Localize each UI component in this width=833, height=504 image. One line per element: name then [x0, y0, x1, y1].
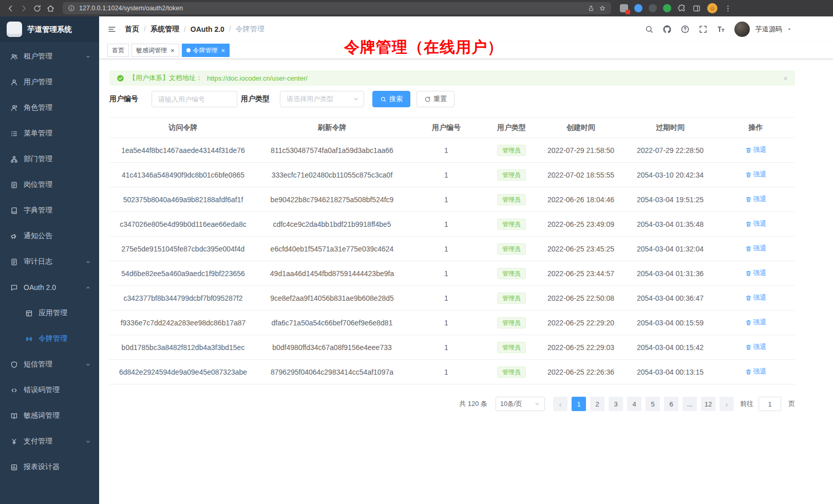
force-logout-button[interactable]: 强退 — [745, 170, 767, 179]
reload-icon[interactable] — [33, 4, 42, 13]
extension-icon[interactable] — [634, 4, 642, 12]
breadcrumb-item-oauth[interactable]: OAuth 2.0 — [179, 25, 224, 33]
sidebar-item-15[interactable]: 支付管理 — [0, 429, 99, 454]
prev-page-button[interactable]: ‹ — [553, 397, 567, 411]
browser-menu-kebab-icon[interactable] — [724, 4, 732, 13]
extension-icon[interactable] — [649, 4, 657, 12]
info-icon[interactable] — [68, 5, 75, 12]
cell-refresh-token: 811c530487574fa0af1a59d3abc1aa66 — [257, 138, 407, 163]
help-icon[interactable] — [680, 25, 690, 34]
sidebar-item-1[interactable]: 用户管理 — [0, 69, 99, 95]
breadcrumb-item-system[interactable]: 系统管理 — [139, 25, 179, 34]
sidebar-item-label: 部门管理 — [24, 154, 91, 164]
next-page-button[interactable]: › — [720, 397, 734, 411]
extension-icon[interactable] — [620, 4, 628, 12]
github-icon[interactable] — [662, 25, 672, 34]
sidebar-item-3[interactable]: 菜单管理 — [0, 121, 99, 146]
force-logout-button[interactable]: 强退 — [745, 268, 767, 278]
alert-link[interactable]: https://doc.iocoder.cn/user-center/ — [207, 74, 308, 82]
page-button-1[interactable]: 1 — [572, 397, 586, 411]
trash-icon — [745, 369, 752, 375]
chevron-down-icon — [534, 401, 540, 407]
force-logout-button[interactable]: 强退 — [745, 318, 767, 327]
page-button-5[interactable]: 5 — [646, 397, 660, 411]
tab-close-icon[interactable]: × — [221, 47, 225, 54]
dept-icon — [10, 156, 18, 163]
user-type-select[interactable]: 请选择用户类型 — [280, 91, 364, 107]
cell-access-token: c347026e805e4d99b0d116eae66eda8c — [109, 212, 257, 237]
tab-2[interactable]: 令牌管理× — [182, 44, 230, 57]
goto-page-input[interactable] — [759, 397, 781, 411]
page-button-12[interactable]: 12 — [701, 397, 715, 411]
alert-close-icon[interactable]: × — [783, 74, 788, 82]
breadcrumb-item-home[interactable]: 首页 — [125, 25, 139, 34]
force-logout-button[interactable]: 强退 — [745, 219, 767, 228]
user-type-badge: 管理员 — [497, 293, 526, 304]
app-logo[interactable]: 芋道管理系统 — [0, 16, 99, 42]
page-ellipsis[interactable]: ... — [683, 397, 697, 411]
forward-icon[interactable] — [20, 4, 28, 13]
page-button-4[interactable]: 4 — [627, 397, 641, 411]
tab-close-icon[interactable]: × — [171, 47, 175, 54]
extension-icon[interactable] — [663, 4, 671, 12]
force-logout-button[interactable]: 强退 — [745, 145, 767, 154]
sidebar-item-14[interactable]: 敏感词管理 — [0, 403, 99, 429]
tab-1[interactable]: 敏感词管理× — [131, 44, 179, 57]
search-icon[interactable] — [645, 25, 654, 34]
page-button-6[interactable]: 6 — [664, 397, 678, 411]
sidebar-item-12[interactable]: 短信管理 — [0, 352, 99, 377]
column-header-2: 用户编号 — [407, 118, 485, 138]
cell-refresh-token: 8796295f04064c2983414cc54af1097a — [257, 360, 407, 384]
oauth-icon — [10, 284, 18, 292]
sidebar-item-4[interactable]: 部门管理 — [0, 146, 99, 172]
force-logout-button[interactable]: 强退 — [745, 342, 767, 352]
force-logout-button[interactable]: 强退 — [745, 195, 767, 204]
url-bar[interactable]: 127.0.0.1:1024/system/oauth2/token — [63, 2, 611, 14]
sidebar-item-8[interactable]: 审计日志 — [0, 249, 99, 275]
user-type-badge: 管理员 — [497, 268, 526, 279]
font-size-icon[interactable] — [716, 25, 726, 34]
force-logout-button[interactable]: 强退 — [745, 293, 767, 302]
sidebar-item-6[interactable]: 字典管理 — [0, 198, 99, 223]
reset-button[interactable]: 重置 — [416, 91, 455, 107]
page-button-2[interactable]: 2 — [590, 397, 604, 411]
cell-created-time: 2022-06-25 22:29:20 — [538, 311, 624, 335]
share-icon[interactable] — [588, 5, 595, 12]
force-logout-button[interactable]: 强退 — [745, 367, 767, 376]
page-button-3[interactable]: 3 — [609, 397, 623, 411]
sidebar: 芋道管理系统 租户管理用户管理角色管理菜单管理部门管理岗位管理字典管理通知公告审… — [0, 16, 99, 504]
sidebar-item-11[interactable]: 令牌管理 — [0, 326, 99, 352]
user-avatar[interactable] — [734, 22, 750, 37]
sidebar-item-9[interactable]: OAuth 2.0 — [0, 275, 99, 300]
cell-user-id: 1 — [407, 261, 485, 286]
search-button-label: 搜索 — [389, 94, 403, 104]
tab-0[interactable]: 首页 — [107, 44, 129, 57]
puzzle-icon[interactable] — [677, 4, 686, 13]
sidebar-item-label: 用户管理 — [24, 77, 91, 87]
user-id-input[interactable] — [152, 91, 237, 107]
panels-icon[interactable] — [692, 4, 701, 13]
page-size-select[interactable]: 10条/页 — [496, 397, 545, 411]
browser-profile-avatar[interactable]: ☺ — [707, 3, 717, 13]
hamburger-icon[interactable] — [107, 25, 117, 34]
filter-bar: 用户编号 用户类型 请选择用户类型 搜索 重置 — [109, 91, 833, 107]
sidebar-item-13[interactable]: 错误码管理 — [0, 377, 99, 403]
sidebar-item-2[interactable]: 角色管理 — [0, 95, 99, 121]
force-logout-button[interactable]: 强退 — [745, 244, 767, 253]
fullscreen-icon[interactable] — [698, 25, 708, 34]
caret-down-icon[interactable] — [787, 27, 792, 32]
back-icon[interactable] — [6, 4, 15, 13]
user-id-label: 用户编号 — [109, 94, 138, 104]
bookmark-star-icon[interactable] — [599, 5, 606, 12]
user-name[interactable]: 芋道源码 — [755, 25, 782, 34]
sidebar-item-7[interactable]: 通知公告 — [0, 223, 99, 249]
sidebar-item-0[interactable]: 租户管理 — [0, 44, 99, 69]
sidebar-item-5[interactable]: 岗位管理 — [0, 172, 99, 198]
search-button[interactable]: 搜索 — [372, 91, 410, 107]
active-tab-dot — [186, 48, 191, 52]
sidebar-item-10[interactable]: 应用管理 — [0, 300, 99, 326]
home-icon[interactable] — [46, 4, 55, 13]
cell-expire-time: 2054-03-04 00:15:42 — [624, 335, 716, 360]
sidebar-item-16[interactable]: 报表设计器 — [0, 454, 99, 480]
table-row: 41c41346a548490f9dc8b01c6bfe0865333ecfc7… — [109, 163, 795, 187]
